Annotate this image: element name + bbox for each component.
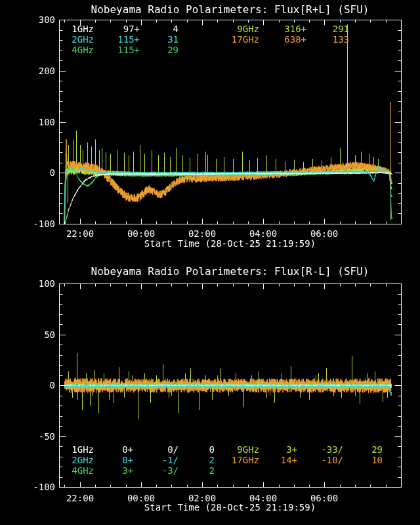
legend-value: 0+ xyxy=(122,444,133,455)
norp-quicklook-window: Nobeyama Radio Polarimeters: Flux[R+L] (… xyxy=(0,0,420,525)
legend-series-label: 9GHz xyxy=(237,24,259,34)
top-xaxis-label: Start Time (28-Oct-25 21:19:59) xyxy=(59,238,401,249)
legend-value: 0 xyxy=(209,444,215,455)
x-tick-label: 04:00 xyxy=(243,493,283,503)
x-tick-label: 02:00 xyxy=(182,493,222,503)
legend-value: 3+ xyxy=(122,465,133,476)
bottom-chart-title: Nobeyama Radio Polarimeters: Flux[R-L] (… xyxy=(59,265,401,278)
legend-series-label: 4GHz xyxy=(72,465,94,476)
legend-value: 97+ xyxy=(123,24,140,34)
legend-value: 0/ xyxy=(167,444,178,455)
legend-series-label: 4GHz xyxy=(72,45,94,55)
legend-value: 29 xyxy=(167,45,178,55)
x-tick-label: 02:00 xyxy=(182,228,222,239)
y-tick-label: 300 xyxy=(39,14,55,25)
legend-value: 31 xyxy=(167,34,178,45)
top-chart-title: Nobeyama Radio Polarimeters: Flux[R+L] (… xyxy=(59,3,401,16)
x-tick-label: 22:00 xyxy=(60,228,100,239)
legend-value: 2 xyxy=(209,465,215,476)
legend-value: 133 xyxy=(333,34,349,45)
y-tick-label: -100 xyxy=(33,482,55,492)
legend-value: -3/ xyxy=(162,465,178,476)
x-tick-label: 22:00 xyxy=(60,493,100,503)
legend-series-label: 17GHz xyxy=(232,34,259,45)
legend-value: 2 xyxy=(209,455,215,465)
y-tick-label: 50 xyxy=(44,329,55,340)
y-tick-label: 0 xyxy=(50,167,55,178)
legend-series-label: 9GHz xyxy=(237,444,259,455)
legend-series-label: 2GHz xyxy=(72,34,94,45)
legend-value: 115+ xyxy=(117,34,140,45)
legend-value: 291 xyxy=(333,24,349,34)
legend-value: 638+ xyxy=(284,34,306,45)
legend-value: -10/ xyxy=(321,455,343,465)
legend-value: 4 xyxy=(173,24,178,34)
legend-value: 316+ xyxy=(284,24,306,34)
legend-value: 14+ xyxy=(281,455,297,465)
y-tick-label: 200 xyxy=(39,66,55,76)
y-tick-label: 100 xyxy=(39,117,55,127)
legend-series-label: 1GHz xyxy=(72,444,94,455)
x-tick-label: 00:00 xyxy=(121,493,161,503)
legend-value: -33/ xyxy=(321,444,343,455)
legend-value: 3+ xyxy=(286,444,297,455)
legend-series-label: 17GHz xyxy=(232,455,259,465)
legend-series-label: 1GHz xyxy=(72,24,94,34)
legend-value: 29 xyxy=(371,444,383,455)
x-tick-label: 06:00 xyxy=(304,493,344,503)
y-tick-label: -50 xyxy=(39,431,55,442)
legend-series-label: 2GHz xyxy=(72,455,94,465)
x-tick-label: 06:00 xyxy=(304,228,344,239)
legend-value: 0+ xyxy=(122,455,133,465)
y-tick-label: 100 xyxy=(39,278,55,289)
legend-value: 115+ xyxy=(117,45,140,55)
legend-value: -1/ xyxy=(162,455,178,465)
x-tick-label: 00:00 xyxy=(121,228,161,239)
y-tick-label: 0 xyxy=(50,380,55,390)
y-tick-label: -100 xyxy=(33,219,55,229)
x-tick-label: 04:00 xyxy=(243,228,283,239)
bottom-xaxis-label: Start Time (28-Oct-25 21:19:59) xyxy=(59,502,401,513)
legend-value: 10 xyxy=(371,455,383,465)
